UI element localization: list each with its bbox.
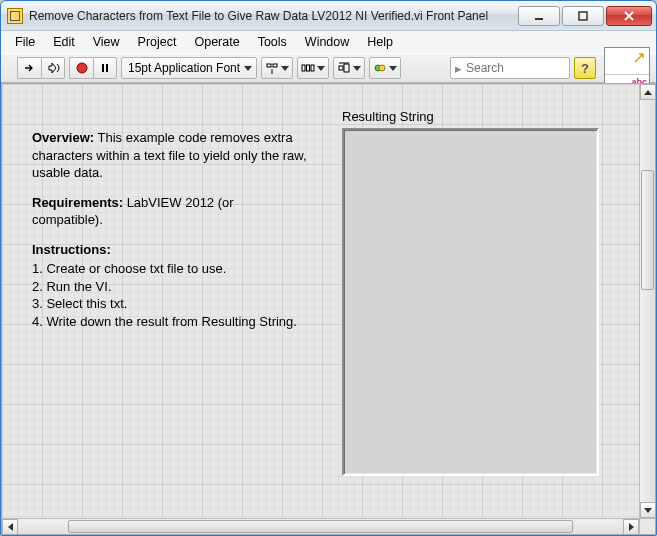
menu-operate[interactable]: Operate xyxy=(186,33,247,51)
search-box[interactable]: ▸ xyxy=(450,57,570,79)
horizontal-scroll-track[interactable] xyxy=(18,519,623,534)
vertical-scrollbar[interactable] xyxy=(639,84,655,518)
svg-rect-5 xyxy=(267,64,271,67)
distribute-objects-button[interactable] xyxy=(297,57,329,79)
instruction-step: 2. Run the VI. xyxy=(32,278,307,296)
pause-button[interactable] xyxy=(93,57,117,79)
app-window: Remove Characters from Text File to Give… xyxy=(0,0,657,536)
align-objects-button[interactable] xyxy=(261,57,293,79)
scroll-corner xyxy=(639,518,655,534)
labview-vi-icon xyxy=(7,8,23,24)
svg-point-2 xyxy=(77,63,87,73)
instruction-step: 4. Write down the result from Resulting … xyxy=(32,313,307,331)
chevron-down-icon xyxy=(281,66,289,71)
resulting-string-indicator[interactable] xyxy=(342,128,599,476)
svg-rect-8 xyxy=(307,65,310,71)
run-button[interactable] xyxy=(17,57,41,79)
svg-rect-6 xyxy=(273,64,277,67)
chevron-down-icon xyxy=(644,508,652,513)
svg-rect-3 xyxy=(102,64,104,72)
context-help-button[interactable]: ? xyxy=(574,57,596,79)
scroll-left-button[interactable] xyxy=(2,519,18,535)
menubar: File Edit View Project Operate Tools Win… xyxy=(1,31,656,53)
minimize-button[interactable] xyxy=(518,6,560,26)
menu-help[interactable]: Help xyxy=(359,33,401,51)
menu-file[interactable]: File xyxy=(7,33,43,51)
svg-rect-11 xyxy=(344,64,349,72)
scroll-down-button[interactable] xyxy=(640,502,656,518)
scroll-right-button[interactable] xyxy=(623,519,639,535)
window-title: Remove Characters from Text File to Give… xyxy=(29,9,514,23)
toolbar: 15pt Application Font ▸ ? xyxy=(1,53,656,83)
front-panel-canvas[interactable]: Overview: This example code removes extr… xyxy=(2,84,639,518)
close-button[interactable] xyxy=(606,6,652,26)
horizontal-scrollbar[interactable] xyxy=(2,518,639,534)
chevron-right-icon xyxy=(629,523,634,531)
menu-tools[interactable]: Tools xyxy=(250,33,295,51)
chevron-down-icon xyxy=(244,66,252,71)
horizontal-scroll-thumb[interactable] xyxy=(68,520,573,533)
scroll-up-button[interactable] xyxy=(640,84,656,100)
chevron-down-icon xyxy=(317,66,325,71)
overview-heading: Overview: xyxy=(32,130,94,145)
menu-edit[interactable]: Edit xyxy=(45,33,83,51)
instructions-heading: Instructions: xyxy=(32,242,111,257)
content-area: Overview: This example code removes extr… xyxy=(1,83,656,535)
abort-button[interactable] xyxy=(69,57,93,79)
menu-window[interactable]: Window xyxy=(297,33,357,51)
chevron-left-icon xyxy=(8,523,13,531)
maximize-button[interactable] xyxy=(562,6,604,26)
vertical-scroll-track[interactable] xyxy=(640,100,655,502)
titlebar[interactable]: Remove Characters from Text File to Give… xyxy=(1,1,656,31)
font-selector[interactable]: 15pt Application Font xyxy=(121,57,257,79)
search-caret-icon: ▸ xyxy=(455,61,462,76)
menu-view[interactable]: View xyxy=(85,33,128,51)
font-label: 15pt Application Font xyxy=(128,61,240,75)
instruction-step: 1. Create or choose txt file to use. xyxy=(32,260,307,278)
svg-rect-10 xyxy=(339,66,343,70)
resulting-string-label: Resulting String xyxy=(342,109,434,124)
svg-point-13 xyxy=(379,65,385,71)
svg-rect-4 xyxy=(106,64,108,72)
instruction-step: 3. Select this txt. xyxy=(32,295,307,313)
canvas-scroll-region: Overview: This example code removes extr… xyxy=(1,83,656,535)
run-continuously-button[interactable] xyxy=(41,57,65,79)
reorder-button[interactable] xyxy=(369,57,401,79)
chevron-down-icon xyxy=(353,66,361,71)
overview-text-block: Overview: This example code removes extr… xyxy=(32,129,307,330)
requirements-heading: Requirements: xyxy=(32,195,123,210)
connector-arrow-icon xyxy=(633,50,647,64)
chevron-down-icon xyxy=(389,66,397,71)
svg-rect-0 xyxy=(535,18,543,20)
resize-objects-button[interactable] xyxy=(333,57,365,79)
svg-rect-9 xyxy=(311,65,314,71)
svg-rect-1 xyxy=(579,12,587,20)
svg-rect-7 xyxy=(302,65,305,71)
menu-project[interactable]: Project xyxy=(130,33,185,51)
vertical-scroll-thumb[interactable] xyxy=(641,170,654,290)
chevron-up-icon xyxy=(644,90,652,95)
